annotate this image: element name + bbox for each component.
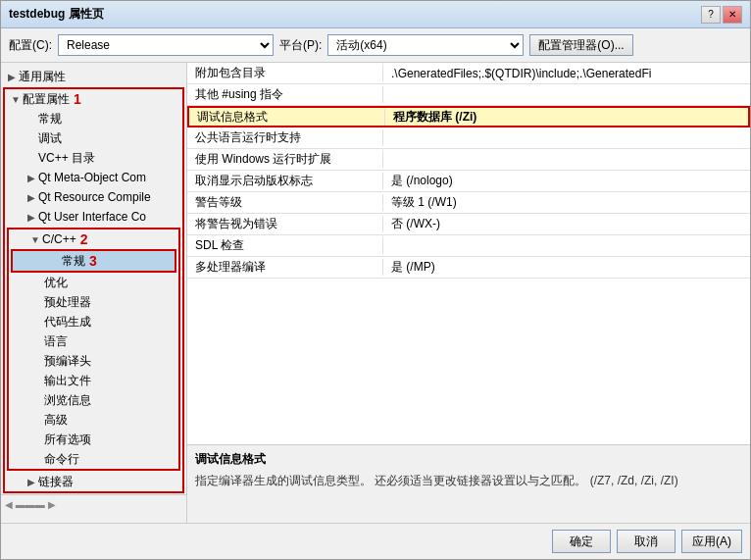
sidebar-item-language[interactable]: 语言	[9, 331, 178, 351]
prop-row-using[interactable]: 其他 #using 指令	[187, 84, 750, 106]
title-bar-buttons: ? ✕	[701, 6, 742, 24]
config-props-group: ▼ 配置属性 1 常规 调试 VC++ 目录 ▶	[3, 87, 184, 493]
prop-row-nologo[interactable]: 取消显示启动版权标志 是 (/nologo)	[187, 171, 750, 192]
prop-value: 否 (/WX-)	[383, 216, 750, 232]
prop-row-debug-format[interactable]: 调试信息格式 程序数据库 (/Zi) 4	[187, 106, 750, 127]
sidebar-item-label: 输出文件	[44, 373, 91, 389]
prop-name: 使用 Windows 运行时扩展	[187, 151, 383, 168]
sidebar-item-output[interactable]: 输出文件	[9, 371, 178, 390]
close-button[interactable]: ✕	[723, 6, 742, 24]
config-label: 配置(C):	[9, 37, 52, 54]
badge-3: 3	[89, 253, 97, 269]
main-window: testdebug 属性页 ? ✕ 配置(C): Release 平台(P): …	[0, 0, 751, 560]
platform-select[interactable]: 活动(x64)	[327, 34, 524, 56]
prop-name: 将警告视为错误	[187, 216, 383, 232]
sidebar-item-label: Qt Meta-Object Com	[38, 171, 146, 184]
prop-name: 公共语言运行时支持	[187, 129, 383, 146]
ok-button[interactable]: 确定	[552, 530, 611, 553]
arrow-icon: ▶	[25, 212, 38, 223]
sidebar-item-vc-dirs[interactable]: VC++ 目录	[5, 148, 182, 168]
sidebar: ▶ 通用属性 ▼ 配置属性 1 常规 调试	[1, 63, 187, 523]
sidebar-item-label: 调试	[38, 130, 62, 147]
arrow-icon: ▶	[5, 72, 19, 82]
sidebar-item-label: 链接器	[38, 474, 74, 490]
prop-name: 其他 #using 指令	[187, 86, 383, 103]
sidebar-item-label: C/C++	[42, 232, 76, 246]
properties-table: 附加包含目录 .\GeneratedFiles;.$(QTDIR)\includ…	[187, 63, 750, 444]
sidebar-item-label: 常规	[38, 111, 62, 127]
sidebar-item-preprocessor[interactable]: 预处理器	[9, 292, 178, 312]
sidebar-item-all-options[interactable]: 所有选项	[9, 430, 178, 449]
platform-label: 平台(P):	[279, 37, 322, 54]
cpp-group: ▼ C/C++ 2 常规 3 优化	[7, 228, 180, 471]
prop-name: 附加包含目录	[187, 65, 383, 81]
sidebar-item-label: 代码生成	[44, 314, 91, 331]
prop-row-warning-level[interactable]: 警告等级 等级 1 (/W1)	[187, 192, 750, 214]
prop-value: 程序数据库 (/Zi)	[385, 109, 748, 126]
sidebar-item-label: 常规	[62, 253, 85, 270]
prop-name: 多处理器编译	[187, 259, 383, 276]
sidebar-item-label: Qt Resource Compile	[38, 190, 151, 204]
sidebar-item-label: Qt User Interface Co	[38, 210, 146, 224]
help-button[interactable]: ?	[701, 6, 721, 24]
sidebar-item-cpp-general[interactable]: 常规 3	[13, 251, 175, 271]
sidebar-item-pch[interactable]: 预编译头	[9, 351, 178, 371]
sidebar-item-debug[interactable]: 调试	[5, 128, 182, 148]
sidebar-item-qt-resource[interactable]: ▶ Qt Resource Compile	[5, 187, 182, 207]
sidebar-item-label: 配置属性	[23, 91, 70, 108]
info-text: 指定编译器生成的调试信息类型。 还必须适当更改链接器设置以与之匹配。 (/Z7,…	[195, 472, 742, 489]
sidebar-item-browse[interactable]: 浏览信息	[9, 390, 178, 410]
sidebar-item-general-props[interactable]: ▶ 通用属性	[1, 67, 186, 86]
scroll-indicator: ◀ ▬▬▬ ▶	[5, 499, 56, 510]
window-title: testdebug 属性页	[9, 6, 104, 23]
prop-row-include-dirs[interactable]: 附加包含目录 .\GeneratedFiles;.$(QTDIR)\includ…	[187, 63, 750, 84]
sidebar-item-cmdline[interactable]: 命令行	[9, 449, 178, 469]
bottom-buttons: 确定 取消 应用(A)	[1, 523, 750, 559]
sidebar-item-qt-meta[interactable]: ▶ Qt Meta-Object Com	[5, 168, 182, 187]
arrow-icon: ▶	[25, 477, 38, 487]
cancel-button[interactable]: 取消	[617, 530, 676, 553]
sidebar-item-config-props[interactable]: ▼ 配置属性 1	[5, 89, 182, 109]
prop-row-warning-error[interactable]: 将警告视为错误 否 (/WX-)	[187, 214, 750, 235]
prop-value: 等级 1 (/W1)	[383, 194, 750, 211]
prop-row-sdl[interactable]: SDL 检查	[187, 235, 750, 257]
sidebar-item-label: 高级	[44, 412, 68, 429]
config-select[interactable]: Release	[58, 34, 274, 56]
sidebar-item-label: 通用属性	[19, 69, 66, 85]
cpp-general-item[interactable]: 常规 3	[11, 249, 176, 273]
sidebar-item-codegen[interactable]: 代码生成	[9, 312, 178, 331]
prop-value: 是 (/MP)	[383, 259, 750, 276]
main-content: ▶ 通用属性 ▼ 配置属性 1 常规 调试	[1, 62, 750, 523]
info-panel: 调试信息格式 指定编译器生成的调试信息类型。 还必须适当更改链接器设置以与之匹配…	[187, 444, 750, 523]
arrow-icon: ▶	[25, 192, 38, 203]
sidebar-item-label: 命令行	[44, 451, 79, 468]
sidebar-item-advanced[interactable]: 高级	[9, 410, 178, 430]
prop-value: .\GeneratedFiles;.$(QTDIR)\include;.\Gen…	[383, 67, 750, 80]
prop-name: SDL 检查	[187, 237, 383, 254]
prop-row-multiproc[interactable]: 多处理器编译 是 (/MP)	[187, 257, 750, 279]
arrow-icon: ▶	[25, 173, 38, 183]
sidebar-item-linker[interactable]: ▶ 链接器	[5, 472, 182, 491]
prop-row-clr[interactable]: 公共语言运行时支持	[187, 127, 750, 149]
sidebar-item-general[interactable]: 常规	[5, 109, 182, 128]
prop-name: 警告等级	[187, 194, 383, 211]
sidebar-item-label: 预处理器	[44, 294, 91, 311]
badge-1: 1	[74, 91, 81, 107]
apply-button[interactable]: 应用(A)	[681, 530, 742, 553]
info-title: 调试信息格式	[195, 451, 742, 468]
sidebar-item-label: 预编译头	[44, 353, 91, 370]
prop-row-winrt[interactable]: 使用 Windows 运行时扩展	[187, 149, 750, 171]
sidebar-item-label: VC++ 目录	[38, 150, 95, 167]
arrow-icon: ▼	[9, 94, 23, 105]
sidebar-item-optimize[interactable]: 优化	[9, 273, 178, 292]
prop-name: 取消显示启动版权标志	[187, 173, 383, 189]
config-manager-button[interactable]: 配置管理器(O)...	[529, 34, 632, 56]
right-panel: 附加包含目录 .\GeneratedFiles;.$(QTDIR)\includ…	[187, 63, 750, 523]
sidebar-item-label: 浏览信息	[44, 392, 91, 409]
prop-value: 是 (/nologo)	[383, 173, 750, 189]
sidebar-item-cpp[interactable]: ▼ C/C++ 2	[9, 229, 178, 249]
toolbar: 配置(C): Release 平台(P): 活动(x64) 配置管理器(O)..…	[1, 28, 750, 62]
sidebar-item-label: 语言	[44, 333, 68, 350]
arrow-icon: ▼	[28, 234, 42, 245]
sidebar-item-qt-ui[interactable]: ▶ Qt User Interface Co	[5, 207, 182, 227]
